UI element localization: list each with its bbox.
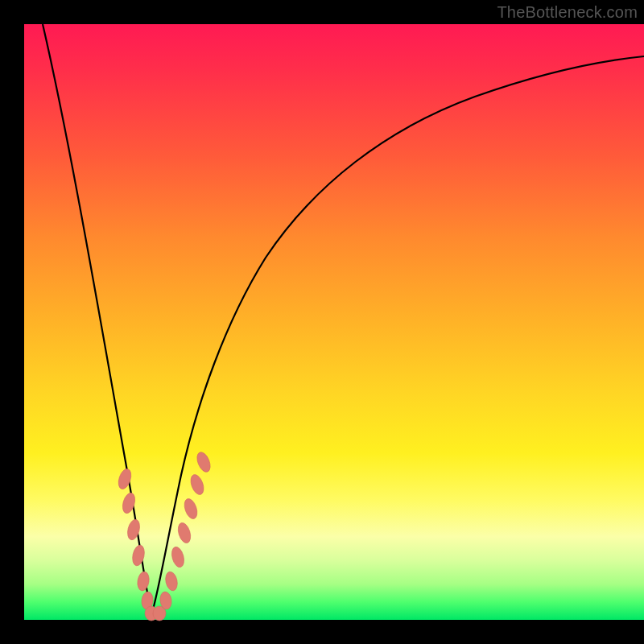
chart-frame: TheBottleneck.com (0, 0, 644, 644)
svg-point-14 (195, 450, 213, 473)
watermark-text: TheBottleneck.com (497, 3, 638, 22)
svg-point-3 (130, 544, 146, 567)
marker-group (116, 450, 213, 621)
curve-layer (24, 24, 644, 620)
svg-point-13 (188, 473, 206, 496)
curve-right-arm (151, 56, 644, 616)
svg-point-10 (170, 546, 186, 569)
svg-point-11 (176, 522, 193, 545)
plot-area (24, 24, 644, 620)
svg-point-9 (164, 571, 180, 592)
svg-point-4 (136, 571, 151, 592)
svg-point-12 (182, 497, 200, 520)
